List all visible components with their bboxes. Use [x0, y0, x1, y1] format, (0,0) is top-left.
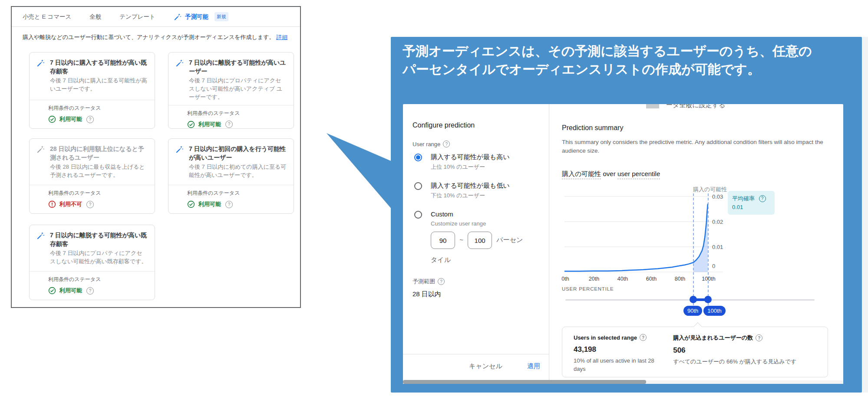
horizontal-scrollbar-thumb[interactable]	[403, 380, 646, 384]
stat-value: 43,198	[574, 345, 656, 354]
prediction-chart	[564, 193, 723, 273]
help-icon[interactable]: ?	[225, 201, 233, 208]
card-description: 今後 7 日以内に購入に至る可能性が高いユーザーです。	[50, 77, 148, 93]
y-tick-label: 0.03	[712, 193, 723, 200]
help-icon[interactable]: ?	[225, 121, 233, 128]
average-probability-label: 平均確率 ?	[732, 194, 770, 203]
status-label: 利用条件のステータス	[48, 190, 148, 197]
apply-button[interactable]: 適用	[525, 362, 543, 371]
radio-icon[interactable]	[414, 182, 422, 190]
status-value: 利用可能	[59, 287, 82, 295]
user-range-option[interactable]: 購入する可能性が最も低い下位 10% のユーザー	[414, 181, 510, 200]
status-label: 利用条件のステータス	[48, 105, 148, 112]
check-circle-icon	[48, 115, 56, 123]
stat-note: 10% of all users active in last 28 days	[574, 357, 656, 373]
audience-card[interactable]: 7 日以内に初回の購入を行う可能性が高いユーザー今後 7 日以内に初めての購入に…	[168, 138, 294, 214]
prediction-summary-description: This summary only considers the predicti…	[562, 138, 823, 156]
x-tick-label: 60th	[646, 276, 657, 282]
status-value: 利用不可	[59, 200, 82, 208]
column-divider	[549, 104, 549, 384]
audience-card[interactable]: 7 日以内に離脱する可能性が高い既存顧客今後 7 日以内にプロパティにアクセスし…	[29, 225, 155, 300]
option-label: 購入する可能性が最も低い	[431, 181, 510, 190]
configure-prediction-title: Configure prediction	[413, 121, 475, 129]
status-value: 利用可能	[198, 121, 221, 128]
card-description: 今後 7 日以内にプロパティにアクセスしない可能性が高いアクティブ ユーザーです…	[189, 77, 287, 101]
card-description: 今後 7 日以内にプロパティにアクセスしない可能性が高い既存顧客です。	[50, 249, 148, 266]
stat-label: 購入が見込まれるユーザーの数?	[673, 334, 820, 342]
help-icon[interactable]: ?	[443, 141, 450, 147]
tab-predictive[interactable]: 予測可能新規	[174, 12, 228, 21]
slider-handle-100[interactable]	[704, 296, 712, 303]
option-sublabel: Customize user range	[431, 220, 486, 227]
help-icon[interactable]: ?	[640, 334, 647, 341]
magic-wand-icon	[175, 145, 184, 181]
slider-handle-90[interactable]	[690, 296, 697, 303]
stats-card: Users in selected range?43,19810% of all…	[562, 327, 828, 377]
user-range-label: User range ?	[413, 141, 450, 147]
chart-dimension[interactable]: user percentile	[617, 170, 660, 179]
chart-series-label: 購入の可能性	[693, 186, 727, 193]
tab-label: 小売と E コマース	[23, 13, 71, 20]
magic-wand-icon	[36, 145, 45, 181]
range-separator: ~	[459, 236, 463, 243]
status-value: 利用可能	[198, 200, 221, 208]
x-tick-label: 40th	[617, 276, 628, 282]
x-tick-label: 80th	[675, 276, 685, 282]
tab-templates[interactable]: テンプレート	[119, 13, 155, 21]
radio-icon[interactable]	[414, 154, 422, 161]
audience-card[interactable]: 28 日以内に利用額上位になると予測されるユーザー今後 28 日以内に最も収益を…	[29, 138, 155, 214]
magic-wand-icon	[175, 59, 184, 101]
tab-retail-ecommerce[interactable]: 小売と E コマース	[23, 13, 71, 21]
status-value: 利用可能	[59, 115, 82, 123]
percentile-from-input[interactable]	[431, 232, 455, 249]
footer-divider	[403, 354, 549, 354]
y-tick-label: 0.02	[712, 219, 723, 225]
banner-text-line1: 予測オーディエンスは、その予測に該当するユーザーのうち、任意の	[403, 43, 812, 60]
percentile-to-input[interactable]	[468, 232, 492, 249]
option-sublabel: 下位 10% のユーザー	[431, 192, 510, 200]
stat-block: Users in selected range?43,19810% of all…	[574, 334, 656, 377]
error-circle-icon	[48, 200, 56, 208]
status-label: 利用条件のステータス	[187, 190, 287, 197]
stat-block: 購入が見込まれるユーザーの数?506すべてのユーザーの 66% が購入する見込み…	[673, 334, 820, 377]
tab-label: テンプレート	[119, 13, 155, 20]
card-title: 7 日以内に離脱する可能性が高い既存顧客	[50, 231, 148, 248]
y-tick-label: 0.01	[712, 244, 723, 250]
prediction-dialog: ータ全般に設定する Configure prediction User rang…	[403, 104, 843, 384]
check-circle-icon	[187, 121, 195, 128]
user-range-option[interactable]: 購入する可能性が最も高い上位 10% のユーザー	[414, 153, 510, 171]
y-tick-label: 0	[712, 263, 715, 269]
help-icon[interactable]: ?	[86, 116, 94, 123]
prediction-horizon-value: 28 日以内	[413, 290, 441, 298]
help-icon[interactable]: ?	[86, 201, 94, 208]
help-icon[interactable]: ?	[86, 287, 94, 295]
x-tick-label: 20th	[589, 276, 599, 282]
banner-text-line2: パーセンタイルでオーディエンスリストの作成が可能です。	[403, 61, 760, 79]
clipped-background-row: ータ全般に設定する	[646, 104, 725, 110]
average-probability-value: 0.01	[732, 203, 770, 212]
card-title: 28 日以内に利用額上位になると予測されるユーザー	[50, 145, 148, 162]
stat-note: すべてのユーザーの 66% が購入する見込みです	[673, 358, 820, 366]
help-icon[interactable]: ?	[759, 195, 766, 202]
card-title: 7 日以内に購入する可能性が高い既存顧客	[50, 59, 148, 75]
help-icon[interactable]: ?	[756, 334, 762, 341]
panel-subtitle: 購入や離脱などのユーザー行動に基づいて、アナリティクスが予測オーディエンスを作成…	[12, 27, 300, 41]
stat-value: 506	[673, 346, 820, 355]
radio-icon[interactable]	[414, 211, 422, 219]
magic-wand-icon	[36, 231, 45, 268]
card-title: 7 日以内に離脱する可能性が高いユーザー	[189, 59, 287, 75]
audience-card[interactable]: 7 日以内に購入する可能性が高い既存顧客今後 7 日以内に購入に至る可能性が高い…	[29, 52, 155, 129]
prediction-horizon-label: 予測範囲 ?	[413, 278, 445, 285]
predictive-audiences-panel: 小売と E コマース全般テンプレート予測可能新規 購入や離脱などのユーザー行動に…	[11, 6, 301, 308]
help-icon[interactable]: ?	[438, 278, 445, 285]
tab-general[interactable]: 全般	[89, 13, 101, 21]
details-link[interactable]: 詳細	[276, 34, 287, 40]
screenshot-root: 小売と E コマース全般テンプレート予測可能新規 購入や離脱などのユーザー行動に…	[0, 0, 868, 396]
audience-card[interactable]: 7 日以内に離脱する可能性が高いユーザー今後 7 日以内にプロパティにアクセスし…	[168, 52, 294, 129]
option-label: 購入する可能性が最も高い	[431, 153, 510, 161]
stat-label: Users in selected range?	[574, 334, 656, 341]
chart-metric[interactable]: 購入の可能性	[562, 170, 601, 179]
user-range-option[interactable]: CustomCustomize user range	[414, 210, 486, 227]
clipped-ui-fragment	[646, 104, 659, 108]
cancel-button[interactable]: キャンセル	[466, 362, 505, 371]
